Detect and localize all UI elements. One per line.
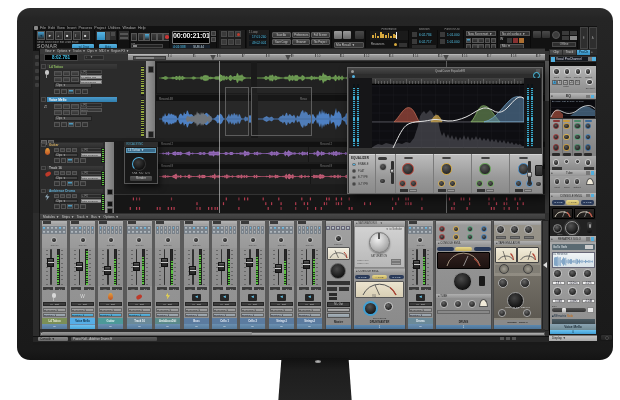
svg-text:VU: VU [372, 294, 376, 298]
